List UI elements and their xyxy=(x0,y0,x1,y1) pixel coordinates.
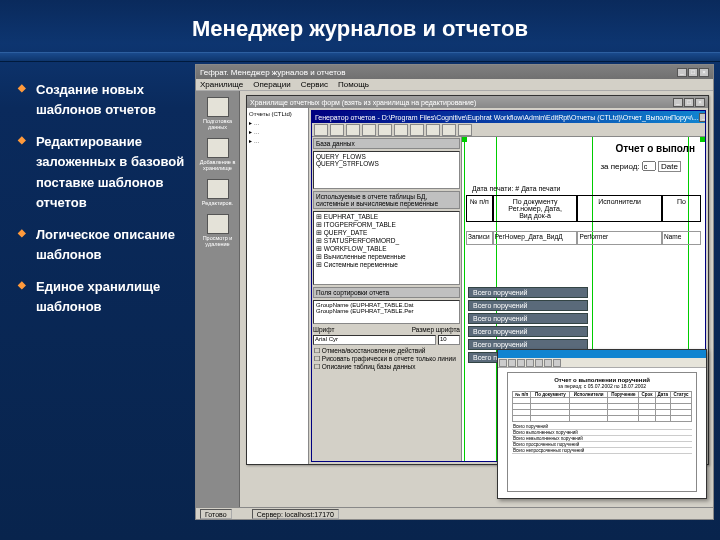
app-menubar: Хранилище Операции Сервис Помощь xyxy=(196,79,713,91)
tree-node[interactable]: ⊞ Вычисленные переменные xyxy=(316,253,457,261)
col-header: Исполнители xyxy=(577,195,662,222)
tree-node[interactable]: ▸ … xyxy=(249,118,306,127)
col-header: Статус xyxy=(671,392,692,398)
tree-node[interactable]: ⊞ WORKFLOW_TABLE xyxy=(316,245,457,253)
close-icon[interactable]: × xyxy=(695,98,705,107)
tree-root[interactable]: Отчеты (CTLtd) xyxy=(249,110,306,118)
screenshot-composite: Гефрат. Менеджер журналов и отчетов _ □ … xyxy=(195,64,714,520)
maximize-icon[interactable]: □ xyxy=(684,98,694,107)
tree-node[interactable]: ⊞ STATUSPERFORMORD_ xyxy=(316,237,457,245)
reports-tree[interactable]: Отчеты (CTLtd) ▸ … ▸ … ▸ … xyxy=(247,108,309,464)
close-icon[interactable]: × xyxy=(699,68,709,77)
open-icon[interactable] xyxy=(330,124,344,136)
preview-tool-icon[interactable] xyxy=(499,359,507,367)
tree-node[interactable]: ▸ … xyxy=(249,127,306,136)
generator-left-panel: База данных QUERY_FLOWS QUERY_STRFLOWS И… xyxy=(312,137,462,461)
totals-row[interactable]: Всего поручений xyxy=(468,300,588,311)
list-item[interactable]: QUERY_STRFLOWS xyxy=(316,160,457,167)
tree-node[interactable]: ▸ … xyxy=(249,136,306,145)
query-list[interactable]: QUERY_FLOWS QUERY_STRFLOWS xyxy=(313,151,460,189)
checkbox-describe-tables[interactable]: ☐ Описание таблиц базы данных xyxy=(314,363,459,371)
status-server: Сервер: localhost:17170 xyxy=(252,509,339,519)
generator-toolbar xyxy=(312,123,705,137)
add-icon xyxy=(207,138,229,158)
bullet-item: Создание новых шаблонов отчетов xyxy=(22,80,187,120)
report-data-row[interactable]: Записи РегНомер_Дата_ВидД Performer Name xyxy=(466,231,701,245)
field-binding[interactable]: РегНомер_Дата_ВидД xyxy=(493,231,578,245)
menu-item[interactable]: Помощь xyxy=(338,80,369,89)
menu-item[interactable]: Операции xyxy=(253,80,290,89)
preview-tool-icon[interactable] xyxy=(526,359,534,367)
table-row xyxy=(513,416,692,422)
undo-icon[interactable] xyxy=(410,124,424,136)
accent-stripe xyxy=(0,52,720,62)
paste-icon[interactable] xyxy=(394,124,408,136)
period-from-input[interactable] xyxy=(642,161,656,171)
db-panel-label: База данных xyxy=(313,138,460,149)
preview-icon[interactable] xyxy=(442,124,456,136)
tree-node[interactable]: ⊞ ITOGPERFORM_TABLE xyxy=(316,221,457,229)
preview-toolbar xyxy=(498,358,706,368)
preview-tool-icon[interactable] xyxy=(517,359,525,367)
list-item[interactable]: QUERY_FLOWS xyxy=(316,153,457,160)
report-header-row: № п/п По документу Рег.номер, Дата, Вид … xyxy=(466,195,701,222)
period-to-field[interactable]: Date xyxy=(658,161,681,172)
col-header: Срок xyxy=(639,392,655,398)
minimize-icon[interactable]: _ xyxy=(673,98,683,107)
tables-caption: Используемые в отчете таблицы БД, систем… xyxy=(313,191,460,209)
size-label: Размер шрифта xyxy=(412,326,460,333)
preview-tool-icon[interactable] xyxy=(508,359,516,367)
field-binding[interactable]: Performer xyxy=(577,231,662,245)
new-icon[interactable] xyxy=(314,124,328,136)
save-icon[interactable] xyxy=(346,124,360,136)
checkbox-lines-only[interactable]: ☐ Рисовать графически в отчете только ли… xyxy=(314,355,459,363)
minimize-icon[interactable]: _ xyxy=(677,68,687,77)
menu-item[interactable]: Сервис xyxy=(301,80,328,89)
copy-icon[interactable] xyxy=(378,124,392,136)
col-header: № п/п xyxy=(466,195,493,222)
checkbox-undo[interactable]: ☐ Отмена/восстановление действий xyxy=(314,347,459,355)
bullet-item: Единое хранилище шаблонов xyxy=(22,277,187,317)
totals-row[interactable]: Всего поручений xyxy=(468,326,588,337)
cut-icon[interactable] xyxy=(362,124,376,136)
preview-tool-icon[interactable] xyxy=(535,359,543,367)
print-date-field[interactable]: Дата печати: # Дата печати xyxy=(472,185,561,192)
field-binding[interactable]: Name xyxy=(662,231,701,245)
minimize-icon[interactable]: _ xyxy=(699,113,705,122)
list-item[interactable]: GroupName (EUPHRAT_TABLE.Per xyxy=(316,308,457,314)
print-preview-window: Отчет о выполнении поручений за период: … xyxy=(497,349,707,499)
menu-item[interactable]: Хранилище xyxy=(200,80,243,89)
editor-titlebar: Хранилище отчетных форм (взять из хранил… xyxy=(247,96,708,108)
col-header: Исполнители xyxy=(570,392,608,398)
size-input[interactable]: 10 xyxy=(438,335,460,345)
preview-tool-icon[interactable] xyxy=(544,359,552,367)
col-header: По xyxy=(662,195,701,222)
tool-edit[interactable]: Редактиров. xyxy=(200,179,236,206)
totals-row[interactable]: Всего поручений xyxy=(468,287,588,298)
field-binding[interactable]: Записи xyxy=(466,231,493,245)
font-label: Шрифт xyxy=(313,326,334,333)
period-label: за период: xyxy=(600,162,639,171)
tables-tree[interactable]: ⊞ EUPHRAT_TABLE ⊞ ITOGPERFORM_TABLE ⊞ QU… xyxy=(313,211,460,285)
sort-caption: Поля сортировки отчета xyxy=(313,287,460,298)
tool-prepare[interactable]: Подготовка данных xyxy=(200,97,236,130)
tree-node[interactable]: ⊞ Системные переменные xyxy=(316,261,457,269)
tool-add[interactable]: Добавление в хранилище xyxy=(200,138,236,171)
preview-tool-icon[interactable] xyxy=(553,359,561,367)
totals-row[interactable]: Всего поручений xyxy=(468,313,588,324)
bullet-list: Создание новых шаблонов отчетов Редактир… xyxy=(0,62,195,530)
font-select[interactable]: Arial Cyr xyxy=(313,335,436,345)
maximize-icon[interactable]: □ xyxy=(688,68,698,77)
tree-node[interactable]: ⊞ QUERY_DATE xyxy=(316,229,457,237)
tool-view-delete[interactable]: Просмотр и удаление xyxy=(200,214,236,247)
sort-list[interactable]: GroupName (EUPHRAT_TABLE.Dat GroupName (… xyxy=(313,300,460,324)
summary-line: Всего непросроченных поручений xyxy=(512,448,692,454)
report-period-row: за период: Date xyxy=(600,161,681,171)
print-icon[interactable] xyxy=(426,124,440,136)
tree-node[interactable]: ⊞ EUPHRAT_TABLE xyxy=(316,213,457,221)
report-title-field[interactable]: Отчет о выполн xyxy=(616,143,695,154)
col-header: Поручение xyxy=(608,392,639,398)
app-statusbar: Готово Сервер: localhost:17170 xyxy=(196,507,713,519)
help-icon[interactable] xyxy=(458,124,472,136)
col-header: По документу xyxy=(531,392,570,398)
